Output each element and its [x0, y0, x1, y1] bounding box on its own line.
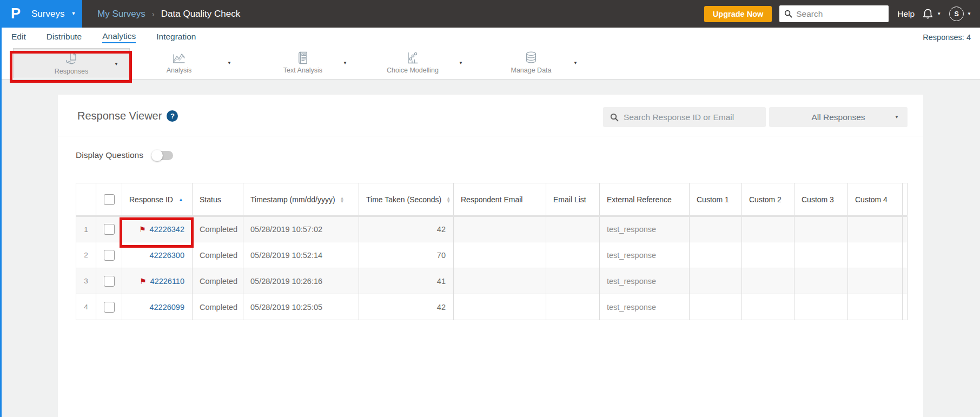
toolbar-item-choice-modelling[interactable]: Choice Modelling	[375, 50, 451, 74]
database-icon	[524, 50, 539, 65]
chevron-down-icon[interactable]: ▼	[573, 61, 578, 65]
response-id-cell: 42226099	[122, 294, 193, 320]
time-taken-cell: 41	[359, 268, 454, 294]
global-search-input[interactable]	[796, 9, 883, 19]
chevron-down-icon[interactable]: ▼	[227, 61, 231, 65]
tab-integration[interactable]: Integration	[156, 32, 196, 43]
row-select	[96, 268, 122, 294]
row-select	[96, 242, 122, 268]
left-accent-strip	[0, 28, 2, 417]
column-custom-3: Custom 3	[794, 183, 848, 216]
analytics-toolbar: Responses ▼ Analysis ▼ Text Analysis ▼ C…	[0, 47, 980, 80]
toolbar-item-responses[interactable]: Responses ▼	[13, 48, 130, 78]
response-id-link[interactable]: 42226342	[149, 225, 184, 234]
chevron-down-icon[interactable]: ▼	[71, 11, 76, 16]
tab-analytics[interactable]: Analytics	[102, 31, 136, 43]
search-icon	[784, 10, 792, 18]
spacer-cell	[903, 268, 908, 294]
chevron-down-icon: ▼	[895, 115, 899, 120]
column-email-list: Email List	[546, 183, 600, 216]
custom2-cell	[742, 216, 794, 242]
row-checkbox[interactable]	[104, 276, 115, 287]
custom1-cell	[690, 216, 742, 242]
toolbar-item-analysis[interactable]: Analysis	[141, 50, 217, 74]
response-search-input[interactable]	[624, 112, 759, 122]
account-menu[interactable]: S ▼	[949, 6, 971, 21]
top-bar: P Surveys ▼ My Surveys › Data Quality Ch…	[0, 0, 980, 28]
column-label: Timestamp (mm/dd/yyyy)	[250, 195, 335, 204]
row-checkbox[interactable]	[104, 250, 115, 261]
notifications-menu[interactable]: ▼	[922, 8, 941, 20]
row-checkbox[interactable]	[104, 302, 115, 313]
chevron-down-icon[interactable]: ▼	[937, 12, 941, 16]
custom2-cell	[742, 268, 794, 294]
flag-icon: ⚑	[140, 277, 147, 286]
upgrade-now-button[interactable]: Upgrade Now	[704, 6, 772, 22]
breadcrumb: My Surveys › Data Quality Check	[97, 9, 240, 19]
respondent-email-cell	[454, 216, 546, 242]
sort-icon[interactable]: ▲▼	[446, 197, 451, 203]
toggle-knob	[151, 150, 163, 161]
search-icon	[610, 113, 619, 122]
custom3-cell	[794, 294, 848, 320]
product-switcher[interactable]: P Surveys ▼	[0, 0, 82, 28]
response-id-link[interactable]: 42226300	[149, 251, 184, 260]
toolbar-item-text-analysis[interactable]: Text Analysis	[265, 50, 341, 74]
column-response-id[interactable]: Response ID▲	[122, 183, 193, 216]
filter-selected-value: All Responses	[811, 112, 865, 122]
scatter-chart-icon	[405, 50, 420, 65]
row-select	[96, 216, 122, 242]
custom4-cell	[848, 294, 903, 320]
status-cell: Completed	[193, 242, 243, 268]
table-row: 2 42226300 Completed 05/28/2019 10:52:14…	[76, 242, 908, 268]
tab-distribute[interactable]: Distribute	[47, 32, 82, 43]
column-label: Status	[200, 195, 221, 204]
response-id-cell: ⚑42226342	[122, 216, 193, 242]
timestamp-cell: 05/28/2019 10:57:02	[243, 216, 359, 242]
respondent-email-cell	[454, 294, 546, 320]
toolbar-item-label: Text Analysis	[283, 67, 322, 74]
response-search-box[interactable]	[603, 107, 766, 127]
help-link[interactable]: Help	[897, 9, 915, 19]
external-reference-cell: test_response	[600, 268, 690, 294]
select-all-checkbox[interactable]	[104, 194, 115, 205]
custom3-cell	[794, 268, 848, 294]
response-id-link[interactable]: 42226110	[150, 277, 184, 286]
email-list-cell	[546, 294, 600, 320]
avatar[interactable]: S	[949, 6, 964, 21]
table-header-row: Response ID▲ Status Timestamp (mm/dd/yyy…	[76, 183, 908, 216]
response-filter-dropdown[interactable]: All Responses ▼	[769, 107, 908, 127]
global-search-box[interactable]	[779, 5, 889, 22]
custom1-cell	[690, 294, 742, 320]
tab-edit[interactable]: Edit	[11, 32, 26, 43]
custom4-cell	[848, 242, 903, 268]
responses-table: Response ID▲ Status Timestamp (mm/dd/yyy…	[76, 183, 908, 320]
toolbar-item-label: Manage Data	[511, 67, 551, 74]
response-viewer-card: Response Viewer ? All Responses ▼ Displa…	[58, 95, 923, 417]
display-questions-toggle[interactable]	[153, 151, 173, 160]
column-label: Response ID	[129, 195, 173, 204]
email-list-cell	[546, 242, 600, 268]
column-time-taken[interactable]: Time Taken (Seconds)▲▼	[359, 183, 454, 216]
chevron-down-icon[interactable]: ▼	[967, 12, 971, 16]
breadcrumb-my-surveys[interactable]: My Surveys	[97, 9, 145, 19]
chevron-down-icon[interactable]: ▼	[114, 62, 118, 67]
table-row: 4 42226099 Completed 05/28/2019 10:25:05…	[76, 294, 908, 320]
external-reference-cell: test_response	[600, 216, 690, 242]
chevron-down-icon[interactable]: ▼	[343, 61, 347, 65]
breadcrumb-separator-icon: ›	[152, 9, 155, 18]
external-reference-cell: test_response	[600, 242, 690, 268]
response-id-link[interactable]: 42226099	[149, 303, 184, 312]
timestamp-cell: 05/28/2019 10:25:05	[243, 294, 359, 320]
sort-asc-icon[interactable]: ▲	[178, 197, 183, 202]
sort-icon[interactable]: ▲▼	[340, 197, 345, 203]
email-list-cell	[546, 216, 600, 242]
row-checkbox[interactable]	[104, 224, 115, 235]
line-chart-icon	[171, 50, 187, 65]
help-icon[interactable]: ?	[167, 110, 178, 122]
timestamp-cell: 05/28/2019 10:26:16	[243, 268, 359, 294]
chevron-down-icon[interactable]: ▼	[459, 61, 463, 65]
column-timestamp[interactable]: Timestamp (mm/dd/yyyy)▲▼	[243, 183, 359, 216]
toolbar-item-manage-data[interactable]: Manage Data	[493, 50, 569, 74]
response-id-cell: 42226300	[122, 242, 193, 268]
